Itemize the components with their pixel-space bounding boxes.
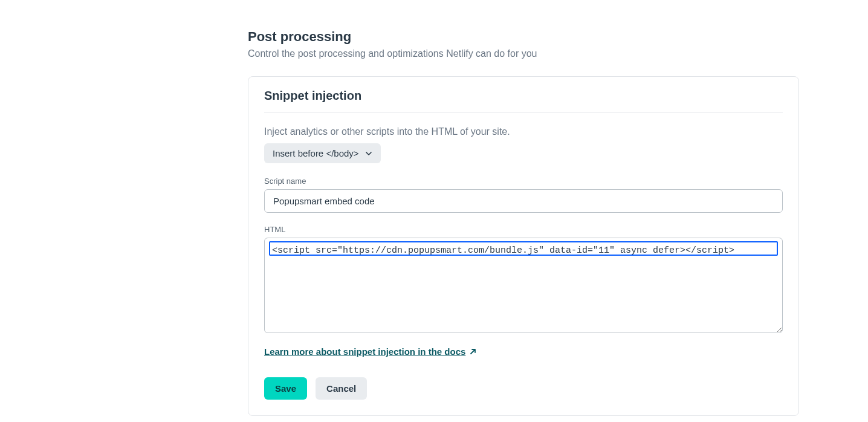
learn-more-link-text: Learn more about snippet injection in th… [264,346,465,357]
divider [264,112,783,113]
chevron-down-icon [365,150,372,157]
page-subtitle: Control the post processing and optimiza… [248,48,799,59]
script-name-input[interactable] [264,189,783,213]
injection-position-selected-label: Insert before </body> [273,148,359,158]
card-title: Snippet injection [264,89,783,103]
html-textarea[interactable]: <script src="https://cdn.popupsmart.com/… [264,238,783,333]
external-link-icon [469,348,477,355]
cancel-button[interactable]: Cancel [316,377,367,400]
learn-more-link[interactable]: Learn more about snippet injection in th… [264,346,477,357]
save-button[interactable]: Save [264,377,307,400]
html-label: HTML [264,225,783,234]
injection-position-select[interactable]: Insert before </body> [264,143,381,163]
page-title: Post processing [248,29,799,45]
snippet-injection-card: Snippet injection Inject analytics or ot… [248,76,799,416]
helper-text: Inject analytics or other scripts into t… [264,126,783,137]
script-name-label: Script name [264,177,783,186]
